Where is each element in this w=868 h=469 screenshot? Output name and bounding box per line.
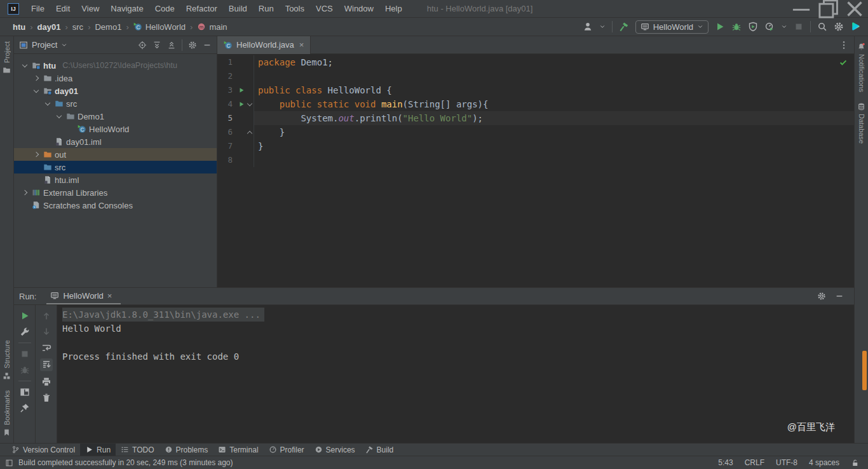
editor-line-3[interactable]: 3public class HelloWorld { [217,83,854,97]
toolwindow-toggle-icon[interactable] [5,459,13,467]
stripe-item-notifications[interactable]: Notifications [857,43,865,92]
tree-closed-arrow-icon[interactable] [32,76,41,80]
menu-run[interactable]: Run [253,1,280,16]
run-button-icon[interactable] [715,22,725,32]
stripe-item-structure[interactable]: Structure [3,340,11,380]
editor-line-8[interactable]: 8 [217,153,854,167]
edit-configuration-wrench-icon[interactable] [20,327,30,337]
menu-help[interactable]: Help [379,1,408,16]
chevron-down-icon[interactable] [599,24,606,30]
editor-line-4[interactable]: 4 public static void main(String[] args)… [217,97,854,111]
select-opened-file-icon[interactable] [138,41,147,50]
tree-open-arrow-icon[interactable] [55,116,64,118]
profiler-button-icon[interactable] [764,22,775,32]
editor-line-6[interactable]: 6 } [217,125,854,139]
editor-options-ellipsis-icon[interactable] [839,40,854,50]
expand-all-icon[interactable] [153,41,161,50]
chevron-down-icon[interactable] [781,24,787,30]
inspections-ok-check-icon[interactable] [839,58,848,67]
tree-row-demo1[interactable]: Demo1 [14,110,217,123]
crumb-demo1[interactable]: Demo1 [95,22,121,32]
tree-row-helloworld[interactable]: CHelloWorld [14,123,217,135]
tree-open-arrow-icon[interactable] [43,103,52,105]
toolwindow-services[interactable]: Services [309,444,360,456]
toolwindow-terminal[interactable]: Terminal [213,444,263,456]
run-configuration-select[interactable]: HelloWorld [635,20,709,34]
project-tree[interactable]: htuC:\Users\10272\IdeaProjects\htu.idead… [14,54,217,287]
crumb-main[interactable]: mmain [197,22,227,32]
panel-settings-gear-icon[interactable] [188,41,197,50]
menu-tools[interactable]: Tools [280,1,310,16]
code-editor[interactable]: 1package Demo1;23public class HelloWorld… [217,54,854,287]
editor-line-1[interactable]: 1package Demo1; [217,55,854,69]
run-tab-helloworld[interactable]: HelloWorld × [46,288,121,304]
tab-helloworld-java[interactable]: C HelloWorld.java × [217,36,311,54]
gutter-run-icon[interactable] [238,87,245,93]
status-item-4-spaces[interactable]: 4 spaces [809,458,839,467]
menu-window[interactable]: Window [339,1,379,16]
close-run-tab-icon[interactable]: × [107,291,112,301]
toolbox-gradient-icon[interactable] [850,22,860,32]
editor-line-5[interactable]: 5 System.out.println("Hello World"); [217,111,854,125]
tree-row-htu-iml[interactable]: htu.iml [14,173,217,186]
toolwindow-problems[interactable]: Problems [159,444,214,456]
crumb-htu[interactable]: htu [13,22,25,32]
profile-icon[interactable] [583,22,593,32]
toolwindow-version-control[interactable]: Version Control [6,444,80,456]
fold-marker-icon[interactable] [247,100,252,105]
restore-layout-icon[interactable] [20,387,30,397]
toolwindow-build[interactable]: Build [360,444,399,456]
status-item-5-43[interactable]: 5:43 [718,458,733,467]
toolwindow-todo[interactable]: TODO [116,444,159,456]
tree-row-idea[interactable]: .idea [14,72,217,85]
project-panel-title[interactable]: Project [32,40,57,50]
restore-window-icon[interactable] [815,0,841,17]
hide-panel-icon[interactable] [203,41,212,50]
run-panel-settings-gear-icon[interactable] [817,292,826,301]
editor-line-2[interactable]: 2 [217,69,854,83]
search-everywhere-icon[interactable] [817,22,827,32]
lock-open-icon[interactable] [851,459,859,467]
stripe-item-project[interactable]: Project [3,41,11,74]
close-tab-icon[interactable]: × [299,40,304,50]
crumb-day01[interactable]: day01 [37,22,61,32]
status-item-utf-8[interactable]: UTF-8 [776,458,797,467]
hide-run-panel-icon[interactable] [835,292,844,301]
stripe-item-bookmarks[interactable]: Bookmarks [3,390,11,437]
tree-row-htu[interactable]: htuC:\Users\10272\IdeaProjects\htu [14,59,217,72]
tree-row-day01-iml[interactable]: day01.iml [14,135,217,148]
crumb-src[interactable]: src [72,22,83,32]
tree-row-src[interactable]: src [14,161,217,173]
menu-file[interactable]: File [25,1,50,16]
close-window-icon[interactable] [841,0,868,17]
menu-refactor[interactable]: Refactor [180,1,223,16]
status-item-crlf[interactable]: CRLF [745,458,764,467]
rerun-icon[interactable] [20,311,30,321]
tree-row-external-libraries[interactable]: External Libraries [14,186,217,199]
toolwindow-profiler[interactable]: Profiler [264,444,309,456]
panel-view-icon[interactable] [19,41,28,50]
tree-open-arrow-icon[interactable] [20,65,29,67]
minimize-window-icon[interactable] [788,0,815,17]
tree-row-src[interactable]: src [14,97,217,110]
fold-marker-icon[interactable] [247,130,252,135]
stripe-item-database[interactable]: Database [857,102,865,144]
settings-gear-icon[interactable] [834,22,844,32]
coverage-button-icon[interactable] [748,22,758,32]
menu-build[interactable]: Build [223,1,253,16]
editor-line-7[interactable]: 7} [217,139,854,153]
menu-code[interactable]: Code [149,1,180,16]
tree-row-out[interactable]: out [14,148,217,161]
tree-closed-arrow-icon[interactable] [20,191,29,194]
debug-button-icon[interactable] [731,22,742,32]
soft-wrap-icon[interactable] [41,343,51,353]
gutter-run-icon[interactable] [238,101,245,107]
tree-row-day01[interactable]: day01 [14,85,217,97]
tree-open-arrow-icon[interactable] [32,90,41,92]
pin-tab-icon[interactable] [20,403,30,413]
scroll-to-end-icon[interactable] [40,358,53,371]
run-console[interactable]: E:\Java\jdk1.8.0_311\bin\java.exe ...Hel… [57,305,854,443]
print-icon[interactable] [41,377,51,387]
toolwindow-run[interactable]: Run [80,444,116,456]
menu-edit[interactable]: Edit [50,1,76,16]
